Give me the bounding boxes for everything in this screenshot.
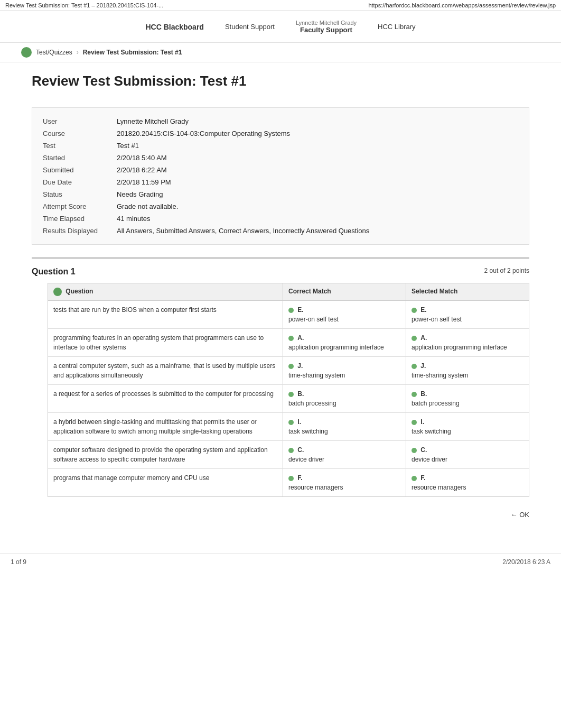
- table-row: programming features in an operating sys…: [48, 329, 529, 357]
- selected-dot: [412, 392, 417, 397]
- info-label: Submitted: [43, 166, 117, 174]
- match-correct-cell: J.time-sharing system: [283, 357, 406, 384]
- header-dot: [53, 288, 62, 296]
- col-question-label: Question: [66, 288, 93, 295]
- info-value: Needs Grading: [117, 190, 163, 198]
- info-row: Attempt ScoreGrade not available.: [43, 200, 518, 213]
- table-row: a central computer system, such as a mai…: [48, 357, 529, 385]
- correct-dot: [288, 308, 294, 313]
- info-row: Time Elapsed41 minutes: [43, 213, 518, 225]
- col-header-selected: Selected Match: [406, 283, 529, 300]
- info-label: Attempt Score: [43, 202, 117, 210]
- table-row: tests that are run by the BIOS when a co…: [48, 301, 529, 329]
- nav-student-support[interactable]: Student Support: [225, 23, 275, 31]
- main-content: Review Test Submission: Test #1 UserLynn…: [0, 62, 561, 532]
- info-row: TestTest #1: [43, 140, 518, 152]
- info-table: UserLynnette Mitchell GradyCourse201820.…: [32, 107, 529, 245]
- info-label: Course: [43, 130, 117, 137]
- col-header-correct: Correct Match: [283, 283, 406, 300]
- matching-header: Question Correct Match Selected Match: [48, 283, 529, 301]
- page-title: Review Test Submission: Test #1: [32, 73, 529, 95]
- info-value: Lynnette Mitchell Grady: [117, 117, 189, 125]
- info-row: Course201820.20415:CIS-104-03:Computer O…: [43, 127, 518, 140]
- browser-bar: Review Test Submission: Test #1 – 201820…: [0, 0, 561, 11]
- info-label: Time Elapsed: [43, 215, 117, 223]
- ok-button[interactable]: ← OK: [511, 511, 529, 519]
- correct-dot: [288, 392, 294, 397]
- breadcrumb-separator: ›: [77, 49, 79, 56]
- breadcrumb-current: Review Test Submission: Test #1: [83, 49, 182, 56]
- correct-dot: [288, 420, 294, 425]
- match-selected-cell: C.device driver: [406, 441, 529, 468]
- info-value: 2/20/18 5:40 AM: [117, 154, 167, 162]
- match-selected-cell: I.task switching: [406, 413, 529, 440]
- info-value: All Answers, Submitted Answers, Correct …: [117, 227, 369, 235]
- top-nav: HCC Blackboard Student Support Lynnette …: [0, 11, 561, 43]
- match-correct-cell: I.task switching: [283, 413, 406, 440]
- info-label: Started: [43, 154, 117, 162]
- breadcrumb-avatar: [21, 47, 32, 58]
- info-value: Test #1: [117, 142, 139, 150]
- info-value: 2/20/18 11:59 PM: [117, 178, 171, 186]
- matching-table: Question Correct Match Selected Match te…: [48, 283, 529, 497]
- info-value: Grade not available.: [117, 202, 178, 210]
- match-correct-cell: C.device driver: [283, 441, 406, 468]
- correct-dot: [288, 448, 294, 453]
- info-label: Test: [43, 142, 117, 150]
- match-correct-cell: A.application programming interface: [283, 329, 406, 356]
- info-row: Started2/20/18 5:40 AM: [43, 152, 518, 164]
- section-divider: [32, 257, 529, 259]
- breadcrumb-link[interactable]: Test/Quizzes: [36, 49, 72, 56]
- match-question-cell: tests that are run by the BIOS when a co…: [48, 301, 283, 328]
- question-header: Question 1 2 out of 2 points: [32, 267, 529, 277]
- match-selected-cell: J.time-sharing system: [406, 357, 529, 384]
- match-selected-cell: E.power-on self test: [406, 301, 529, 328]
- table-row: a request for a series of processes is s…: [48, 385, 529, 413]
- table-row: programs that manage computer memory and…: [48, 469, 529, 496]
- match-question-cell: programs that manage computer memory and…: [48, 469, 283, 496]
- selected-dot: [412, 308, 417, 313]
- breadcrumb-bar: Test/Quizzes › Review Test Submission: T…: [0, 43, 561, 62]
- selected-dot: [412, 448, 417, 453]
- info-label: User: [43, 117, 117, 125]
- info-value: 201820.20415:CIS-104-03:Computer Operati…: [117, 130, 290, 137]
- info-row: Due Date2/20/18 11:59 PM: [43, 176, 518, 188]
- info-row: Submitted2/20/18 6:22 AM: [43, 164, 518, 176]
- table-row: a hybrid between single-tasking and mult…: [48, 413, 529, 441]
- match-correct-cell: F.resource managers: [283, 469, 406, 496]
- ok-row: ← OK: [32, 508, 529, 522]
- match-selected-cell: F.resource managers: [406, 469, 529, 496]
- match-question-cell: programming features in an operating sys…: [48, 329, 283, 356]
- info-row: Results DisplayedAll Answers, Submitted …: [43, 225, 518, 237]
- selected-dot: [412, 364, 417, 369]
- match-question-cell: computer software designed to provide th…: [48, 441, 283, 468]
- col-header-question: Question: [48, 283, 283, 300]
- match-question-cell: a central computer system, such as a mai…: [48, 357, 283, 384]
- matching-rows: tests that are run by the BIOS when a co…: [48, 301, 529, 496]
- correct-dot: [288, 476, 294, 481]
- info-row: UserLynnette Mitchell Grady: [43, 115, 518, 127]
- footer-datetime: 2/20/2018 6:23 A: [502, 558, 550, 566]
- match-question-cell: a request for a series of processes is s…: [48, 385, 283, 412]
- url-bar: https://harfordcc.blackboard.com/webapps…: [368, 2, 556, 8]
- info-value: 2/20/18 6:22 AM: [117, 166, 167, 174]
- match-selected-cell: B.batch processing: [406, 385, 529, 412]
- tab-title: Review Test Submission: Test #1 – 201820…: [5, 2, 163, 8]
- question-points: 2 out of 2 points: [484, 267, 529, 274]
- question-title: Question 1: [32, 267, 76, 277]
- selected-dot: [412, 476, 417, 481]
- match-selected-cell: A.application programming interface: [406, 329, 529, 356]
- footer-page-info: 1 of 9: [11, 558, 26, 566]
- table-row: computer software designed to provide th…: [48, 441, 529, 469]
- nav-user: Lynnette Mitchell Grady: [296, 20, 357, 26]
- nav-faculty-support[interactable]: Faculty Support: [300, 26, 352, 34]
- selected-dot: [412, 336, 417, 341]
- correct-dot: [288, 336, 294, 341]
- info-label: Status: [43, 190, 117, 198]
- match-correct-cell: B.batch processing: [283, 385, 406, 412]
- nav-hcc-library[interactable]: HCC Library: [378, 23, 416, 31]
- nav-brand[interactable]: HCC Blackboard: [145, 23, 203, 31]
- info-label: Results Displayed: [43, 227, 117, 235]
- footer: 1 of 9 2/20/2018 6:23 A: [0, 554, 561, 570]
- info-row: StatusNeeds Grading: [43, 188, 518, 200]
